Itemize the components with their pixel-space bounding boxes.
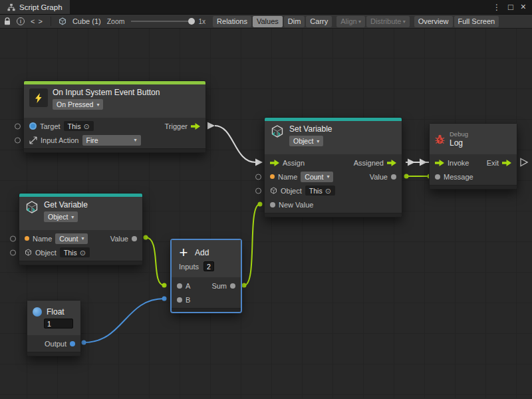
object-label: Object	[35, 249, 57, 257]
zoom-slider[interactable]	[131, 17, 195, 26]
object-label: Object	[281, 187, 302, 195]
toolbar-buttons: Relations Values Dim Carry Align Distrib…	[213, 16, 499, 27]
wire-sum-to-newvalue[interactable]	[244, 204, 260, 285]
wire-endpoint	[258, 202, 263, 207]
carry-button[interactable]: Carry	[306, 16, 332, 27]
row-invoke: Invoke Exit	[430, 156, 517, 170]
zoom-slider-track[interactable]	[131, 21, 195, 22]
invoke-flow-port[interactable]	[435, 160, 444, 166]
row-name: Name Count Value	[19, 231, 142, 245]
node-set-variable[interactable]: Set Variable Object Assign Assigned Name…	[264, 117, 402, 217]
full-screen-button[interactable]: Full Screen	[454, 16, 499, 27]
variable-name-dropdown[interactable]: Count	[55, 233, 88, 244]
values-button[interactable]: Values	[253, 16, 283, 27]
target-object-label: Cube (1)	[72, 17, 101, 25]
sum-output-port[interactable]	[230, 283, 235, 289]
maximize-icon[interactable]	[508, 3, 513, 11]
wire-trigger-to-assign[interactable]	[215, 126, 255, 162]
exit-flow-arrow[interactable]	[521, 159, 527, 166]
new-value-input-port[interactable]	[270, 202, 275, 207]
node-debug-log[interactable]: Debug Log Invoke Exit Message	[429, 123, 517, 190]
align-dropdown[interactable]: Align	[336, 16, 365, 27]
lock-icon[interactable]	[4, 17, 11, 26]
node-header: Debug Log	[430, 124, 517, 154]
tab-title: Script Graph	[19, 3, 63, 11]
message-input-port[interactable]	[435, 174, 440, 180]
node-header: Float 1	[27, 301, 80, 335]
object-input-port[interactable]	[10, 249, 16, 255]
assign-flow-port[interactable]	[270, 160, 279, 166]
wire-endpoint	[162, 283, 167, 288]
name-input-port[interactable]	[10, 235, 16, 241]
row-message: Message	[430, 170, 517, 184]
node-add[interactable]: Add Inputs 2 A Sum B	[171, 239, 241, 313]
trigger-flow-port[interactable]	[191, 123, 200, 130]
variable-name-dropdown[interactable]: Count	[301, 172, 333, 182]
row-b: B	[172, 293, 241, 307]
variable-scope-dropdown[interactable]: Object	[44, 211, 78, 222]
target-input-port[interactable]	[15, 123, 21, 129]
new-value-label: New Value	[279, 201, 313, 209]
wire-getvalue-to-add-a[interactable]	[146, 237, 164, 285]
exit-flow-port[interactable]	[502, 160, 511, 166]
node-category: Debug	[450, 130, 468, 138]
node-footer	[19, 261, 142, 265]
relations-button[interactable]: Relations	[213, 16, 251, 27]
close-icon[interactable]	[521, 3, 526, 11]
flow-arrow	[420, 159, 427, 166]
tab-script-graph[interactable]: Script Graph	[0, 0, 70, 14]
float-value-field[interactable]: 1	[44, 319, 73, 329]
trigger-label: Trigger	[165, 122, 188, 130]
object-picker-icon	[83, 122, 89, 130]
zoom-value: 1x	[199, 18, 206, 25]
invoke-label: Invoke	[448, 159, 469, 167]
toolbar-target[interactable]: Cube (1)	[59, 17, 101, 25]
node-float[interactable]: Float 1 Output	[27, 300, 81, 356]
object-this-chip[interactable]: This	[60, 247, 90, 257]
node-footer	[265, 213, 402, 217]
bug-icon	[435, 134, 445, 144]
node-title: Get Variable	[44, 200, 88, 209]
target-this-chip[interactable]: This	[64, 121, 94, 131]
node-title: On Input System Event Button	[53, 88, 160, 97]
kebab-menu-icon[interactable]	[493, 3, 501, 11]
b-label: B	[186, 296, 190, 304]
info-icon[interactable]	[17, 17, 25, 25]
flow-arrow	[408, 159, 415, 166]
variable-scope-dropdown[interactable]: Object	[289, 136, 323, 146]
titlebar-spacer	[70, 0, 487, 14]
dim-button[interactable]: Dim	[284, 16, 305, 27]
object-input-port[interactable]	[255, 188, 261, 194]
wire-float-to-add-b[interactable]	[84, 299, 164, 342]
zoom-slider-knob[interactable]	[188, 18, 195, 25]
node-header: Get Variable Object	[19, 197, 142, 230]
object-picker-icon	[80, 249, 86, 257]
value-output-port[interactable]	[391, 174, 396, 180]
node-on-input-system-event-button[interactable]: On Input System Event Button On Pressed …	[23, 80, 206, 153]
object-this-chip[interactable]: This	[305, 186, 335, 196]
output-port[interactable]	[70, 341, 75, 346]
distribute-dropdown[interactable]: Distribute	[366, 16, 410, 27]
node-header: Add Inputs 2	[172, 240, 241, 277]
event-mode-dropdown[interactable]: On Pressed	[53, 99, 103, 110]
overview-button[interactable]: Overview	[414, 16, 453, 27]
row-output: Output	[27, 336, 80, 350]
graph-canvas[interactable]: On Input System Event Button On Pressed …	[0, 29, 532, 398]
node-get-variable[interactable]: Get Variable Object Name Count Value	[19, 193, 143, 265]
code-view-icon[interactable]	[31, 17, 43, 25]
b-input-port[interactable]	[177, 297, 182, 303]
row-a-sum: A Sum	[172, 279, 241, 293]
input-action-dropdown[interactable]: Fire	[82, 135, 141, 146]
input-action-port[interactable]	[15, 137, 21, 143]
variable-icon	[270, 124, 285, 139]
a-input-port[interactable]	[177, 283, 182, 289]
add-icon	[177, 246, 190, 259]
node-footer	[27, 352, 80, 356]
value-output-port[interactable]	[132, 236, 137, 241]
assigned-flow-port[interactable]	[387, 160, 396, 166]
target-type-icon	[29, 122, 37, 130]
name-input-port[interactable]	[255, 174, 261, 180]
inputs-count-field[interactable]: 2	[203, 261, 214, 271]
gameobject-cube-icon	[270, 187, 277, 194]
wire-endpoint	[162, 297, 167, 301]
